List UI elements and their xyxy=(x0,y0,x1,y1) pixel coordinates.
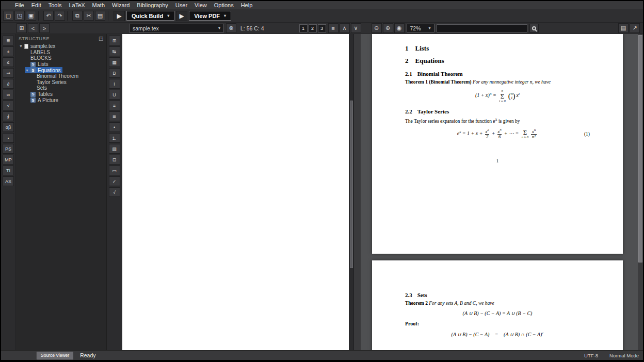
menu-help[interactable]: Help xyxy=(237,1,256,9)
tree-item-tables[interactable]: STables xyxy=(16,91,106,97)
bold-icon[interactable]: B xyxy=(109,68,120,78)
view-pdf-button[interactable]: View PDF ▾ xyxy=(189,11,231,21)
prev-document-icon[interactable]: < xyxy=(28,23,38,33)
menu-tools[interactable]: Tools xyxy=(45,1,66,9)
pdf-scrollbar[interactable] xyxy=(638,34,643,350)
underline-icon[interactable]: U xyxy=(109,90,120,100)
misc-symbols-tab-icon[interactable]: ∞ xyxy=(3,90,14,100)
tree-item-sample-tex[interactable]: ▼sample.tex xyxy=(16,43,106,50)
tikz-tab-icon[interactable]: TI xyxy=(3,166,14,175)
relations-tab-icon[interactable]: ≤ xyxy=(3,57,14,67)
tree-item-binomial-theorem[interactable]: Binomial Theorem xyxy=(16,73,106,79)
run-quick-build-icon[interactable]: ▶ xyxy=(114,11,125,21)
open-file-icon[interactable]: ◳ xyxy=(14,11,25,21)
tree-item-sets[interactable]: Sets xyxy=(16,85,106,91)
quick-build-button[interactable]: Quick Build ▾ xyxy=(126,11,174,21)
expand-arrow-icon[interactable]: ▼ xyxy=(19,44,23,48)
menu-bibliography[interactable]: Bibliography xyxy=(133,1,172,9)
tree-item-equations[interactable]: ▼SEquations xyxy=(16,67,106,73)
zoom-select[interactable]: 72% ▾ xyxy=(407,24,434,32)
structure-list-icon[interactable]: ≡ xyxy=(328,23,339,33)
scrollbar-thumb[interactable] xyxy=(350,101,353,268)
documents-grid-icon[interactable]: ⊞ xyxy=(17,23,27,33)
tree-item-taylor-series[interactable]: Taylor Series xyxy=(16,79,106,86)
menu-wizard[interactable]: Wizard xyxy=(108,1,133,9)
bookmark-1-button[interactable]: 1 xyxy=(299,24,308,32)
minipage-icon[interactable]: ▭ xyxy=(109,166,120,175)
next-document-icon[interactable]: > xyxy=(39,23,50,33)
arrows-tab-icon[interactable]: ⇒ xyxy=(3,68,14,78)
tabbing-icon[interactable]: ↹ xyxy=(109,46,120,56)
most-used-tab-icon[interactable]: ⋆ xyxy=(3,133,14,143)
editor-scrollbar[interactable] xyxy=(349,34,353,350)
pdf-search-input[interactable] xyxy=(437,24,527,32)
source-viewer-button[interactable]: Source Viewer xyxy=(37,352,73,359)
align-left-icon[interactable]: ≡ xyxy=(109,101,120,110)
figure-env-icon[interactable]: ▦ xyxy=(109,57,120,67)
section-icon: S xyxy=(30,62,36,67)
tabular-wizard-icon[interactable]: ⊞ xyxy=(109,36,120,45)
asymptote-tab-icon[interactable]: AS xyxy=(3,176,14,186)
menu-edit[interactable]: Edit xyxy=(28,1,45,9)
cursor-position-label: L: 56 C: 4 xyxy=(240,25,264,31)
structure-tab-icon[interactable]: ≣ xyxy=(3,36,14,45)
itemize-icon[interactable]: • xyxy=(109,122,120,132)
align-center-icon[interactable]: ≣ xyxy=(109,111,120,121)
menu-user[interactable]: User xyxy=(172,1,191,9)
expand-arrow-icon[interactable]: ▼ xyxy=(25,69,29,72)
zoom-out-icon[interactable]: ⊖ xyxy=(372,23,382,33)
italic-icon[interactable]: I xyxy=(109,79,120,89)
pdf-viewer[interactable]: 1 Lists 2 Equations 2.1 Binomial Theorem… xyxy=(361,34,643,350)
equation-number: (1) xyxy=(584,131,590,137)
quick-build-label: Quick Build xyxy=(132,13,163,19)
check-icon[interactable]: ✓ xyxy=(109,176,120,186)
close-document-icon[interactable]: ⊗ xyxy=(226,23,236,33)
next-section-icon[interactable]: ∨ xyxy=(351,23,361,33)
presentation-eye-icon[interactable]: ◉ xyxy=(394,23,405,33)
operators-tab-icon[interactable]: ± xyxy=(3,46,14,56)
menu-view[interactable]: View xyxy=(191,1,211,9)
open-document-select[interactable]: sample.tex ▾ xyxy=(129,24,224,32)
frame-icon[interactable]: ⊟ xyxy=(109,155,120,164)
enumerate-icon[interactable]: 1. xyxy=(109,133,120,143)
new-file-icon[interactable]: ▢ xyxy=(3,11,13,21)
cut-icon[interactable]: ✂ xyxy=(84,11,94,21)
pdf-page-strip[interactable] xyxy=(353,34,361,350)
paste-icon[interactable]: ▤ xyxy=(95,11,105,21)
save-icon[interactable]: ▣ xyxy=(26,11,36,21)
copy-icon[interactable]: ⧉ xyxy=(72,11,83,21)
zoom-in-icon[interactable]: ⊕ xyxy=(383,23,393,33)
editor-pdf-toolbar: ⊞<> sample.tex ▾ ⊗ L: 56 C: 4 123 ≡∧∨ ⊖⊕… xyxy=(1,23,643,34)
code-editor[interactable] xyxy=(122,34,349,350)
tree-item-a-picture[interactable]: SA Picture xyxy=(16,97,106,103)
scrollbar-thumb[interactable] xyxy=(638,35,642,262)
panel-menu-icon[interactable]: ◳ xyxy=(99,36,104,41)
prev-section-icon[interactable]: ∧ xyxy=(340,23,350,33)
bookmark-2-button[interactable]: 2 xyxy=(309,24,317,32)
misc-math-tab-icon[interactable]: ∂ xyxy=(3,79,14,89)
run-view-pdf-icon[interactable]: ▶ xyxy=(176,11,187,21)
tree-item-label: Binomial Theorem xyxy=(37,73,78,79)
source-editor xyxy=(122,34,353,350)
tree-item-lists[interactable]: SLists xyxy=(16,61,106,68)
bookmark-3-button[interactable]: 3 xyxy=(318,24,326,32)
menu-file[interactable]: File xyxy=(11,1,28,9)
pstricks-tab-icon[interactable]: PS xyxy=(3,144,14,154)
metapost-tab-icon[interactable]: MP xyxy=(3,155,14,164)
menu-options[interactable]: Options xyxy=(211,1,237,9)
picture-icon[interactable]: ▨ xyxy=(109,144,120,154)
menu-latex[interactable]: LaTeX xyxy=(65,1,88,9)
integrals-tab-icon[interactable]: ∮ xyxy=(3,111,14,121)
tree-item-labels[interactable]: LABELS xyxy=(16,50,106,56)
menu-math[interactable]: Math xyxy=(89,1,108,9)
search-icon[interactable] xyxy=(529,24,539,32)
sqrt-icon[interactable]: √ xyxy=(109,187,120,197)
tree-item-blocks[interactable]: BLOCKS xyxy=(16,55,106,61)
greek-tab-icon[interactable]: αβ xyxy=(3,122,14,132)
undo-icon[interactable]: ↶ xyxy=(43,11,54,21)
detach-viewer-icon[interactable]: ↗ xyxy=(630,23,640,33)
print-icon[interactable]: ▤ xyxy=(618,23,629,33)
section-title: Lists xyxy=(415,44,429,53)
delimiters-tab-icon[interactable]: √ xyxy=(3,101,14,110)
redo-icon[interactable]: ↷ xyxy=(55,11,65,21)
